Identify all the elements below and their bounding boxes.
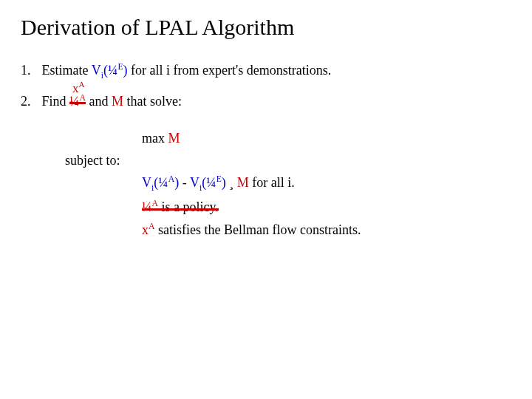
- step-1: 1. Estimate Vi(¼E) for all i from expert…: [21, 61, 511, 83]
- max-kw: max: [142, 131, 168, 146]
- c3-rest: satisfies the Bellman flow constraints.: [154, 222, 361, 237]
- constraints: Vi(¼A) - Vi(¼E) ¸ M for all i. ¼A is a p…: [142, 173, 511, 239]
- piA-A: A: [80, 93, 86, 103]
- step-2: xA 2. Find ¼A and M that solve:: [21, 92, 511, 111]
- constraint-2: ¼A is a policy.: [142, 197, 511, 216]
- M-var: M: [112, 94, 123, 109]
- step-1-post: for all i from expert's demonstrations.: [128, 63, 332, 78]
- obj-M: M: [168, 131, 180, 146]
- c2-piA: ¼A: [142, 200, 158, 214]
- step-1-num: 1.: [21, 61, 38, 80]
- strike-piA: ¼A: [69, 92, 86, 111]
- c1-V2: V: [190, 175, 200, 190]
- piA-pi: ¼: [69, 94, 80, 109]
- c2-piA-pi: ¼: [142, 200, 152, 214]
- c1-piA-pi: ¼: [158, 175, 168, 190]
- objective: max M: [142, 129, 511, 148]
- Vi-piA: Vi(¼A): [142, 175, 179, 190]
- V-piE: Vi(¼E): [92, 63, 128, 78]
- V-letter: V: [92, 63, 101, 78]
- Vi-piE: Vi(¼E): [190, 175, 226, 190]
- piA-term: ¼A: [69, 94, 86, 109]
- optimization-block: max M subject to: Vi(¼A) - Vi(¼E) ¸ M fo…: [65, 129, 511, 239]
- c1-piE-E: E: [216, 174, 222, 184]
- step-2-and: and: [86, 94, 112, 109]
- c2-rest: is a policy.: [158, 200, 219, 214]
- subject-to: subject to:: [65, 151, 511, 170]
- c1-piA-A: A: [168, 174, 174, 184]
- c1-piE-pi: ¼: [206, 175, 216, 190]
- c1-V1: V: [142, 175, 151, 190]
- c1-minus: -: [179, 175, 190, 190]
- c1-M: M: [237, 175, 249, 190]
- c2-piA-A: A: [152, 199, 158, 208]
- c3-xA: xA: [142, 222, 154, 237]
- step-1-pre: Estimate: [42, 63, 92, 78]
- step-2-post: that solve:: [123, 94, 182, 109]
- c1-forall: for all i.: [249, 175, 295, 190]
- slide: Derivation of LPAL Algorithm 1. Estimate…: [0, 0, 532, 257]
- body: 1. Estimate Vi(¼E) for all i from expert…: [21, 61, 511, 239]
- step-2-pre: Find: [42, 94, 70, 109]
- constraint-3: xA satisfies the Bellman flow constraint…: [142, 220, 511, 239]
- pi-E: ¼: [108, 63, 118, 78]
- c1-geq: ¸: [226, 175, 237, 190]
- c3-xA-x: x: [142, 222, 149, 237]
- step-2-num: 2.: [21, 92, 38, 111]
- constraint-1: Vi(¼A) - Vi(¼E) ¸ M for all i.: [142, 173, 511, 195]
- pi-E-sup: E: [117, 62, 123, 72]
- xA-A: A: [79, 80, 85, 89]
- strike-policy-line: ¼A is a policy.: [142, 197, 219, 216]
- page-title: Derivation of LPAL Algorithm: [21, 15, 511, 40]
